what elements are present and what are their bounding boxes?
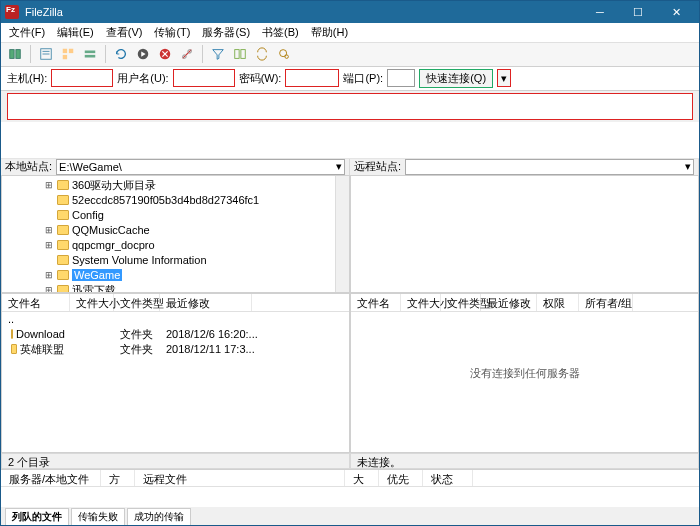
menu-edit[interactable]: 编辑(E) [53, 23, 98, 42]
local-file-list[interactable]: ..Download文件夹2018/12/6 16:20:...英雄联盟文件夹2… [2, 312, 349, 452]
col-modified[interactable]: 最近修改 [160, 294, 252, 311]
svg-rect-1 [16, 50, 20, 59]
qcol-size[interactable]: 大小 [345, 470, 379, 486]
local-file-pane[interactable]: 文件名 文件大小 文件类型 最近修改 ..Download文件夹2018/12/… [1, 293, 350, 453]
cancel-button[interactable] [155, 44, 175, 64]
svg-line-14 [183, 50, 192, 59]
svg-rect-0 [10, 50, 14, 59]
menu-server[interactable]: 服务器(S) [198, 23, 254, 42]
local-path-combo[interactable]: E:\WeGame\▾ [56, 159, 345, 175]
col-filetype[interactable]: 文件类型 [114, 294, 160, 311]
window-title: FileZilla [25, 6, 581, 18]
compare-button[interactable] [230, 44, 250, 64]
col-filesize[interactable]: 文件大小 [401, 294, 441, 311]
quickconnect-button[interactable]: 快速连接(Q) [419, 69, 493, 88]
qcol-direction[interactable]: 方向 [101, 470, 135, 486]
svg-rect-18 [241, 50, 245, 59]
toggle-log-button[interactable] [36, 44, 56, 64]
tree-node[interactable]: ⊞qqpcmgr_docpro [4, 238, 347, 253]
scrollbar[interactable] [335, 176, 349, 292]
svg-rect-5 [63, 49, 67, 53]
menu-bookmarks[interactable]: 书签(B) [258, 23, 303, 42]
col-modified[interactable]: 最近修改 [481, 294, 537, 311]
tree-node[interactable]: ·52eccdc857190f05b3d4bd8d27346fc1 [4, 193, 347, 208]
remote-file-list[interactable]: 没有连接到任何服务器 [351, 312, 698, 452]
qcol-status[interactable]: 状态 [423, 470, 473, 486]
svg-point-20 [285, 55, 289, 59]
tree-node[interactable]: ·System Volume Information [4, 253, 347, 268]
message-log[interactable] [7, 93, 693, 120]
app-logo-icon [5, 5, 19, 19]
username-input[interactable] [173, 69, 235, 87]
sync-browse-button[interactable] [252, 44, 272, 64]
remote-file-pane[interactable]: 文件名 文件大小 文件类型 最近修改 权限 所有者/组 没有连接到任何服务器 [350, 293, 699, 453]
titlebar[interactable]: FileZilla ─ ☐ ✕ [1, 1, 699, 23]
tree-node[interactable]: ⊞QQMusicCache [4, 223, 347, 238]
toolbar-separator [105, 45, 106, 63]
tree-row: ⊞360驱动大师目录·52eccdc857190f05b3d4bd8d27346… [1, 175, 699, 293]
file-row[interactable]: 英雄联盟文件夹2018/12/11 17:3... [2, 342, 349, 357]
file-row[interactable]: .. [2, 312, 349, 327]
menu-help[interactable]: 帮助(H) [307, 23, 352, 42]
tree-node[interactable]: ⊞360驱动大师目录 [4, 178, 347, 193]
local-columns: 文件名 文件大小 文件类型 最近修改 [2, 294, 349, 312]
tree-node[interactable]: ·Config [4, 208, 347, 223]
qcol-remote[interactable]: 远程文件 [135, 470, 345, 486]
qcol-priority[interactable]: 优先级 [379, 470, 423, 486]
queue-tabs: 列队的文件 传输失败 成功的传输 [1, 507, 699, 525]
qcol-server[interactable]: 服务器/本地文件 [1, 470, 101, 486]
menu-file[interactable]: 文件(F) [5, 23, 49, 42]
remote-site-label: 远程站点: [354, 159, 401, 174]
log-spacer [1, 122, 699, 158]
tree-node[interactable]: ⊞WeGame [4, 268, 347, 283]
folder-icon [57, 210, 69, 220]
svg-rect-6 [69, 49, 73, 53]
folder-icon [57, 255, 69, 265]
site-path-row: 本地站点: E:\WeGame\▾ 远程站点: ▾ [1, 158, 699, 175]
process-queue-button[interactable] [133, 44, 153, 64]
search-button[interactable] [274, 44, 294, 64]
folder-icon [11, 329, 13, 339]
col-filename[interactable]: 文件名 [2, 294, 70, 311]
quickconnect-history-button[interactable]: ▾ [497, 69, 511, 87]
col-filesize[interactable]: 文件大小 [70, 294, 114, 311]
col-permissions[interactable]: 权限 [537, 294, 579, 311]
toggle-tree-button[interactable] [58, 44, 78, 64]
menubar: 文件(F) 编辑(E) 查看(V) 传输(T) 服务器(S) 书签(B) 帮助(… [1, 23, 699, 43]
site-manager-button[interactable] [5, 44, 25, 64]
menu-view[interactable]: 查看(V) [102, 23, 147, 42]
toggle-queue-button[interactable] [80, 44, 100, 64]
toolbar-separator [30, 45, 31, 63]
close-button[interactable]: ✕ [657, 1, 695, 23]
remote-path-combo[interactable]: ▾ [405, 159, 694, 175]
host-input[interactable] [51, 69, 113, 87]
disconnect-button[interactable] [177, 44, 197, 64]
password-input[interactable] [285, 69, 339, 87]
remote-tree-pane[interactable] [350, 175, 699, 293]
col-filetype[interactable]: 文件类型 [441, 294, 481, 311]
not-connected-message: 没有连接到任何服务器 [470, 365, 580, 380]
svg-rect-8 [85, 51, 96, 54]
filter-button[interactable] [208, 44, 228, 64]
tree-node[interactable]: ⊞迅雷下载 [4, 283, 347, 293]
maximize-button[interactable]: ☐ [619, 1, 657, 23]
col-owner[interactable]: 所有者/组 [579, 294, 633, 311]
remote-status: 未连接。 [350, 453, 699, 469]
local-tree-pane[interactable]: ⊞360驱动大师目录·52eccdc857190f05b3d4bd8d27346… [1, 175, 350, 293]
menu-transfer[interactable]: 传输(T) [150, 23, 194, 42]
file-row[interactable]: Download文件夹2018/12/6 16:20:... [2, 327, 349, 342]
tab-failed[interactable]: 传输失败 [71, 508, 125, 525]
col-filename[interactable]: 文件名 [351, 294, 401, 311]
minimize-button[interactable]: ─ [581, 1, 619, 23]
toolbar-separator [202, 45, 203, 63]
folder-icon [57, 270, 69, 280]
refresh-button[interactable] [111, 44, 131, 64]
port-input[interactable] [387, 69, 415, 87]
port-label: 端口(P): [343, 71, 383, 86]
folder-icon [57, 225, 69, 235]
queue-list[interactable] [1, 487, 699, 507]
folder-icon [57, 285, 69, 293]
tab-queued[interactable]: 列队的文件 [5, 508, 69, 525]
folder-icon [11, 344, 17, 354]
tab-successful[interactable]: 成功的传输 [127, 508, 191, 525]
